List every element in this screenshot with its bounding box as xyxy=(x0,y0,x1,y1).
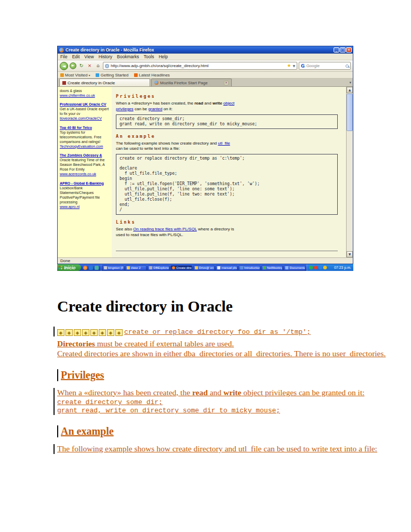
doc-example-paragraph: The following example shows how create d… xyxy=(54,444,401,454)
article: Privileges When a «directory» has been c… xyxy=(112,87,346,257)
menu-bar: File Edit View History Bookmarks Tools H… xyxy=(58,54,353,60)
menu-bookmarks[interactable]: Bookmarks xyxy=(117,54,139,59)
ad-item: The Zombies Odessey & Oracle featuring T… xyxy=(60,153,110,176)
close-button[interactable]: × xyxy=(346,47,352,53)
bookmarks-toolbar: Most Visited ▾ Getting Started Latest He… xyxy=(58,72,353,79)
menu-tools[interactable]: Tools xyxy=(144,54,154,59)
menu-file[interactable]: File xyxy=(60,54,68,59)
title-bar[interactable]: Create directory in Oracle - Mozilla Fir… xyxy=(58,46,353,54)
tab-close-icon[interactable]: × xyxy=(224,81,229,85)
bookmark-getting-started[interactable]: Getting Started xyxy=(96,73,128,77)
system-tray: 07:23 p.m. xyxy=(307,264,353,271)
volume-tray-icon[interactable] xyxy=(323,266,327,269)
reload-button[interactable]: ↻ xyxy=(78,62,85,69)
vertical-scrollbar[interactable]: ▲ ▼ xyxy=(346,87,353,257)
home-button[interactable]: ⌂ xyxy=(95,62,101,69)
bookmark-most-visited[interactable]: Most Visited ▾ xyxy=(60,73,90,77)
chevron-down-icon: ▾ xyxy=(88,73,90,77)
doc-paragraph-2: Created directories are shown in either … xyxy=(57,349,401,359)
ad-link[interactable]: APRO - Global E-Banking xyxy=(60,181,110,186)
doc-privileges-block: When a «directory» has been created, the… xyxy=(54,388,401,415)
ad-link[interactable]: iloveoracle.com/OracleCV xyxy=(60,116,110,121)
firefox-tab-icon xyxy=(154,81,158,85)
taskbar-task-clase[interactable]: clase 2 xyxy=(125,265,147,270)
missing-glyph-icon: ◈ xyxy=(82,329,89,336)
doc-code-line: create directory some_dir; xyxy=(57,398,401,407)
taskbar-task-introduction[interactable]: Introduction ... xyxy=(238,265,260,270)
menu-help[interactable]: Help xyxy=(158,54,167,59)
ad-link[interactable]: www.chilternfire.co.uk xyxy=(60,93,110,98)
scroll-down-arrow[interactable]: ▼ xyxy=(347,251,353,257)
taskbar-task-dbexplorer[interactable]: DBExplorer 6... xyxy=(148,265,169,270)
taskbar-task-manual[interactable]: manual plsql ... xyxy=(216,265,237,270)
tab-bar: Create directory in Oracle Mozilla Firef… xyxy=(58,79,353,87)
maximize-button[interactable]: □ xyxy=(340,47,346,53)
section-heading-links: Links xyxy=(116,219,339,225)
quick-launch-firefox-icon[interactable] xyxy=(83,266,87,270)
antivirus-tray-icon[interactable] xyxy=(309,266,313,269)
tab-list-dropdown-icon[interactable]: ▾ xyxy=(349,81,351,85)
ad-link[interactable]: Top 40 BI for Telco xyxy=(60,125,110,130)
ad-link[interactable]: TechnologyEvaluation.com xyxy=(60,144,110,149)
taskbar-task-kingston[interactable]: kingston (F:) xyxy=(102,265,124,270)
quick-launch-ie-icon[interactable] xyxy=(89,266,93,270)
search-icon[interactable] xyxy=(346,64,349,68)
tab-create-directory[interactable]: Create directory in Oracle xyxy=(59,79,150,86)
ad-item: doors & glass www.chilternfire.co.uk xyxy=(60,88,110,98)
bookmark-latest-headlines[interactable]: Latest Headlines xyxy=(134,73,170,77)
windows-taskbar: Inicio kingston (F:) clase 2 DBExplorer … xyxy=(57,264,353,271)
window-title: Create directory in Oracle - Mozilla Fir… xyxy=(65,47,333,53)
forward-button[interactable]: ► xyxy=(70,62,76,69)
taskbar-task-firefox-active[interactable]: Create dire... xyxy=(170,265,192,270)
tab-start-page[interactable]: Mozilla Firefox Start Page × xyxy=(151,79,232,86)
doc-heading-example: An example xyxy=(57,425,401,437)
bookmark-star-icon[interactable]: ★ xyxy=(287,63,291,68)
url-bar[interactable]: http://www.adp-gmbh.ch/ora/sql/create_di… xyxy=(103,62,297,70)
doc-heading-privileges: Privileges xyxy=(57,369,401,381)
firefox-icon xyxy=(59,48,64,53)
scroll-up-arrow[interactable]: ▲ xyxy=(347,87,353,93)
taskbar-clock: 07:23 p.m. xyxy=(334,266,351,269)
ad-item: Top 40 BI for Telco Top systems for tele… xyxy=(60,125,110,149)
menu-view[interactable]: View xyxy=(84,54,94,59)
url-dropdown-icon[interactable]: ▼ xyxy=(293,64,295,68)
ad-item: Professional UK Oracle CV Get a UK-based… xyxy=(60,102,110,121)
network-tray-icon[interactable] xyxy=(319,266,322,269)
trace-files-link[interactable]: On reading trace files with PL/SQL xyxy=(133,227,196,231)
menu-history[interactable]: History xyxy=(99,54,112,59)
ad-link[interactable]: The Zombies Odessey & xyxy=(60,153,110,158)
messenger-tray-icon[interactable] xyxy=(314,266,317,269)
utl-file-link[interactable]: utl_file xyxy=(218,141,230,146)
search-box[interactable]: G Google xyxy=(299,62,351,70)
task-icon xyxy=(285,266,288,269)
tab-favicon xyxy=(62,81,66,85)
task-icon xyxy=(149,266,152,269)
windows-logo-icon xyxy=(59,266,62,269)
folder-icon xyxy=(60,73,64,77)
doc-code-line: grant read, write on directory some_dir … xyxy=(57,407,401,415)
scroll-thumb[interactable] xyxy=(347,94,353,131)
taskbar-task-documento[interactable]: Documento2... xyxy=(284,265,306,270)
status-bar: Done xyxy=(58,257,353,264)
taskbar-task-drive[interactable]: Drive@ en 'A... xyxy=(193,265,215,270)
start-button[interactable]: Inicio xyxy=(57,264,81,271)
code-box-example: create or replace directory dir_temp as … xyxy=(116,154,338,215)
code-box-privileges: create directory some_dir; grant read, w… xyxy=(116,114,338,129)
granted-link[interactable]: granted xyxy=(148,107,162,111)
back-button[interactable]: ◄ xyxy=(60,62,68,70)
ad-link[interactable]: Professional UK Oracle CV xyxy=(60,102,110,107)
menu-edit[interactable]: Edit xyxy=(72,54,80,59)
page-content: doors & glass www.chilternfire.co.uk Pro… xyxy=(58,87,353,257)
stop-button[interactable]: × xyxy=(86,62,93,69)
missing-glyph-icon: ◈ xyxy=(90,329,98,336)
ad-link[interactable]: www.acerecords.co.uk xyxy=(60,172,110,176)
quick-launch-desktop-icon[interactable] xyxy=(95,266,99,270)
minimize-button[interactable]: _ xyxy=(334,47,339,53)
ad-link[interactable]: www.apro.nl xyxy=(60,204,110,209)
missing-glyph-icon: ◈ xyxy=(99,329,106,336)
task-icon xyxy=(217,266,220,269)
ad-sidebar: doors & glass www.chilternfire.co.uk Pro… xyxy=(58,87,112,257)
taskbar-task-netmeeting[interactable]: NetMeeting -... xyxy=(261,265,283,270)
task-icon xyxy=(240,266,243,269)
document-body: Create directory in Oracle ◈◈◈◈◈◈◈◈creat… xyxy=(57,297,401,454)
